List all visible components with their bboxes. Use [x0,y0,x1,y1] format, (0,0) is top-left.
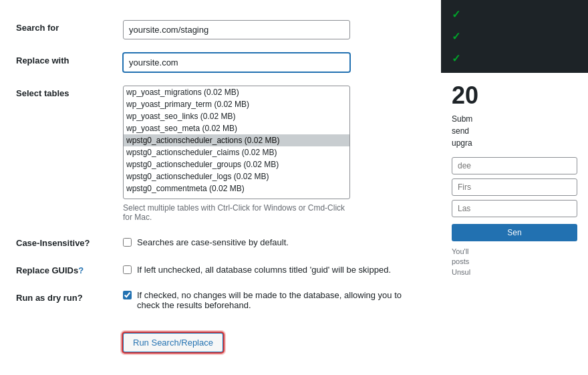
check-item-2: ✓ [452,30,577,43]
select-tables-row: Select tables wp_yoast_migrations (0.02 … [16,79,425,229]
promo-input-3[interactable] [452,200,577,217]
promo-text: Submsendupgra [452,113,577,149]
replace-guids-help-link[interactable]: ? [78,265,84,275]
check-icon-2: ✓ [452,30,460,43]
case-insensitive-checkbox-label: Searches are case-sensitive by default. [137,237,289,247]
run-button-label-cell [16,317,123,364]
select-tables-label: Select tables [16,79,123,229]
replace-guids-checkbox-row: If left unchecked, all database columns … [123,265,425,275]
replace-guids-checkbox[interactable] [123,265,132,274]
select-hint: Select multiple tables with Ctrl-Click f… [123,203,350,222]
promo-send-button[interactable]: Sen [452,224,577,241]
dry-run-label: Run as dry run? [16,283,123,317]
dry-run-row: Run as dry run? If checked, no changes w… [16,283,425,317]
check-icon-3: ✓ [452,52,460,65]
select-tables-cell: wp_yoast_migrations (0.02 MB)wp_yoast_pr… [123,79,425,229]
tables-select[interactable]: wp_yoast_migrations (0.02 MB)wp_yoast_pr… [123,86,350,199]
case-insensitive-checkbox[interactable] [123,238,132,247]
replace-guids-label-cell: Replace GUIDs? [16,256,123,283]
dry-run-checkbox-row: If checked, no changes will be made to t… [123,290,425,310]
check-item-3: ✓ [452,52,577,65]
promo-input-1[interactable] [452,157,577,174]
run-button-cell: Run Search/Replace [123,317,425,364]
run-search-replace-button[interactable]: Run Search/Replace [123,333,223,352]
search-for-input[interactable] [123,20,350,39]
promo-text-content: Submsendupgra [452,114,472,148]
check-icon-1: ✓ [452,8,460,21]
promo-footer-text: You'llpostsUnsul [452,247,577,277]
check-item-1: ✓ [452,8,577,21]
case-insensitive-cell: Searches are case-sensitive by default. [123,229,425,256]
button-row: Run Search/Replace [123,324,425,358]
search-for-row: Search for [16,13,425,46]
replace-guids-row: Replace GUIDs? If left unchecked, all da… [16,256,425,283]
right-panel-bottom: 20 Submsendupgra Sen You'llpostsUnsul [441,73,588,375]
run-button-row: Run Search/Replace [16,317,425,364]
search-for-cell [123,13,425,46]
year-badge: 20 [452,84,577,108]
replace-with-row: Replace with [16,46,425,79]
replace-with-input[interactable] [123,53,350,72]
search-for-label: Search for [16,13,123,46]
promo-input-2[interactable] [452,178,577,196]
right-panel-top: ✓ ✓ ✓ [441,0,588,73]
form-table: Search for Replace with Select tables wp… [16,13,425,364]
replace-with-label: Replace with [16,46,123,79]
replace-guids-label-container: Replace GUIDs? [16,265,123,275]
case-insensitive-checkbox-row: Searches are case-sensitive by default. [123,237,425,247]
replace-guids-label: Replace GUIDs [16,265,78,275]
main-panel: Search for Replace with Select tables wp… [0,0,441,375]
dry-run-cell: If checked, no changes will be made to t… [123,283,425,317]
case-insensitive-label: Case-Insensitive? [16,229,123,256]
replace-guids-checkbox-label: If left unchecked, all database columns … [137,265,391,275]
replace-guids-cell: If left unchecked, all database columns … [123,256,425,283]
right-panel: ✓ ✓ ✓ 20 Submsendupgra Sen You'llpostsUn… [441,0,588,375]
dry-run-checkbox[interactable] [123,291,132,299]
replace-with-cell [123,46,425,79]
case-insensitive-row: Case-Insensitive? Searches are case-sens… [16,229,425,256]
dry-run-checkbox-label: If checked, no changes will be made to t… [137,290,425,310]
